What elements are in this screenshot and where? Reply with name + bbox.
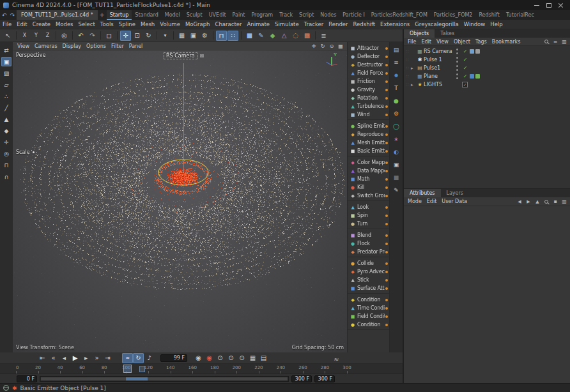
- palette-item-drag-dot[interactable]: [385, 178, 388, 181]
- palette-item-drag-dot[interactable]: [385, 80, 388, 83]
- palette-item-drag-dot[interactable]: [385, 315, 388, 318]
- object-tag[interactable]: [475, 49, 480, 54]
- viewport-menu-filter[interactable]: Filter: [109, 43, 127, 49]
- filter-list-icon[interactable]: ≡: [551, 38, 560, 45]
- range-start-field[interactable]: 0 F: [17, 375, 37, 382]
- palette-item-gravity[interactable]: ●Gravity: [348, 86, 389, 94]
- last-tool-icon[interactable]: ▾: [160, 31, 171, 41]
- objects-menu-edit[interactable]: Edit: [419, 39, 434, 45]
- expand-arrow-icon[interactable]: ▸: [411, 82, 416, 87]
- palette-item-drag-dot[interactable]: [385, 307, 388, 310]
- menu-select[interactable]: Select: [76, 20, 98, 29]
- attributes-menu-edit[interactable]: Edit: [424, 199, 440, 204]
- goto-end-icon[interactable]: ⇥: [102, 353, 113, 363]
- current-frame-field[interactable]: 99 F: [160, 354, 187, 362]
- layout-tab-sculpt[interactable]: Sculpt: [183, 10, 206, 20]
- coordinate-system-icon[interactable]: ◎: [59, 31, 70, 41]
- keyframe-scale-icon[interactable]: ⊙: [226, 353, 236, 363]
- camera-detach-icon[interactable]: ⊠: [200, 53, 204, 59]
- viewport[interactable]: Perspective RS Camera ⊠ Y Scale View Tra…: [13, 50, 347, 352]
- objects-menu-file[interactable]: File: [405, 39, 419, 45]
- edges-mode-icon[interactable]: ╱: [1, 103, 12, 112]
- panel-menu-icon[interactable]: ▥: [560, 198, 569, 206]
- object-row-pulse-1[interactable]: ∷✱Pulse 1✓: [404, 56, 570, 64]
- menu-mograph[interactable]: MoGraph: [183, 20, 213, 29]
- palette-item-drag-dot[interactable]: [385, 162, 388, 164]
- range-scrollbar-thumb[interactable]: [41, 377, 288, 381]
- objects-menu-bookmarks[interactable]: Bookmarks: [489, 39, 523, 45]
- range-scrollbar[interactable]: [40, 376, 289, 382]
- palette-item-predator-prey[interactable]: ◆Predator Prey: [348, 248, 389, 256]
- axis-x-icon[interactable]: X: [19, 31, 30, 41]
- render-settings-icon[interactable]: ⚙: [199, 31, 210, 41]
- palette-item-color-mapper[interactable]: ◆Color Mapper: [348, 158, 389, 167]
- drag-grip-icon[interactable]: ∷: [406, 82, 411, 87]
- tweak-mode-icon[interactable]: ◆: [1, 126, 12, 135]
- object-tag[interactable]: [475, 74, 480, 79]
- snap-icon[interactable]: ⊓: [216, 31, 227, 41]
- render-picture-viewer-icon[interactable]: ▣: [188, 31, 199, 41]
- axis-y-icon[interactable]: Y: [31, 31, 42, 41]
- viewport-solo-icon[interactable]: ◎: [1, 149, 12, 158]
- pin-icon[interactable]: ▪: [551, 198, 560, 206]
- palette-item-stick[interactable]: ▲Stick: [348, 276, 389, 284]
- palette-item-blend[interactable]: ■Blend: [348, 231, 389, 239]
- enabled-check-icon[interactable]: ✓: [462, 73, 468, 79]
- palette-item-mesh-emitter[interactable]: ▲Mesh Emitter: [348, 139, 389, 147]
- menu-tools[interactable]: Tools: [98, 20, 116, 29]
- tab-layers[interactable]: Layers: [441, 189, 469, 197]
- drag-grip-icon[interactable]: ∷: [406, 57, 411, 63]
- object-row-plane[interactable]: ∷▦Plane✓: [404, 72, 570, 80]
- undo-icon[interactable]: ↶: [75, 31, 86, 41]
- loop-playback-icon[interactable]: ∞: [122, 353, 133, 363]
- sphere-blue-icon[interactable]: ◐: [391, 147, 401, 156]
- layout-tab-particlesredshift-fom[interactable]: ParticlesRedshift_FOM: [368, 10, 431, 20]
- notes-icon[interactable]: ≡: [391, 57, 401, 67]
- drag-grip-icon[interactable]: ∷: [406, 66, 411, 71]
- toggle-view-icon[interactable]: ▦: [336, 42, 345, 50]
- axis-mode-icon[interactable]: ✛: [1, 137, 12, 147]
- layout-tab-startup[interactable]: Startup: [107, 10, 132, 20]
- menu-render[interactable]: Render: [326, 20, 350, 29]
- palette-item-basic-emitter[interactable]: ■Basic Emitter: [348, 147, 389, 155]
- layout-tab-model[interactable]: Model: [162, 10, 183, 20]
- palette-item-kill[interactable]: ●Kill: [348, 183, 389, 192]
- play-sound-icon[interactable]: ♪: [144, 353, 155, 363]
- deformers-icon[interactable]: △: [279, 31, 289, 41]
- next-frame-icon[interactable]: ▸: [81, 353, 91, 363]
- timeline-ruler[interactable]: 0204060801001201401601802002202402602803…: [0, 364, 403, 374]
- palette-item-spin[interactable]: ■Spin: [348, 211, 389, 220]
- pencil-icon[interactable]: ✎: [391, 185, 401, 195]
- viewport-menu-panel[interactable]: Panel: [127, 43, 146, 49]
- enabled-check-icon[interactable]: ✓: [462, 65, 468, 71]
- rotate-view-icon[interactable]: ↻: [318, 42, 327, 50]
- enabled-check-icon[interactable]: ✓: [462, 57, 468, 63]
- palette-item-friction[interactable]: ■Friction: [348, 77, 389, 86]
- palette-item-drag-dot[interactable]: [385, 215, 388, 217]
- menu-redshift[interactable]: Redshift: [351, 20, 378, 29]
- object-row-rs-camera[interactable]: ∷▦RS Camera✓: [404, 47, 570, 56]
- palette-item-drag-dot[interactable]: [385, 234, 388, 237]
- move-view-icon[interactable]: ✛: [309, 42, 318, 50]
- forward-icon[interactable]: ▶: [524, 198, 533, 206]
- box-dark-icon[interactable]: ■: [391, 172, 401, 182]
- snap-mode-icon[interactable]: ⊓: [1, 160, 12, 170]
- menu-create[interactable]: Create: [30, 20, 53, 29]
- next-key-icon[interactable]: »: [91, 353, 102, 363]
- palette-item-drag-dot[interactable]: [385, 64, 388, 66]
- layout-tab-uvedit[interactable]: UVEdit: [206, 10, 229, 20]
- palette-item-pyro-advect[interactable]: ◆Pyro Advect: [348, 268, 389, 276]
- layout-tab-program[interactable]: Program: [248, 10, 276, 20]
- tab-takes[interactable]: Takes: [435, 29, 460, 38]
- search-icon[interactable]: [542, 38, 551, 45]
- move-icon[interactable]: ✛: [120, 31, 131, 41]
- minimize-button[interactable]: [530, 0, 543, 10]
- palette-item-drag-dot[interactable]: [385, 186, 388, 189]
- objects-menu-view[interactable]: View: [434, 39, 451, 45]
- layout-tab-particles-fom2[interactable]: Particles_FOM2: [431, 10, 476, 20]
- texture-mode-icon[interactable]: ▨: [1, 68, 12, 78]
- attributes-menu-mode[interactable]: Mode: [405, 199, 424, 204]
- quantize-icon[interactable]: ∷: [227, 31, 238, 41]
- palette-item-drag-dot[interactable]: [385, 279, 388, 282]
- goto-start-icon[interactable]: ⇤: [37, 353, 48, 363]
